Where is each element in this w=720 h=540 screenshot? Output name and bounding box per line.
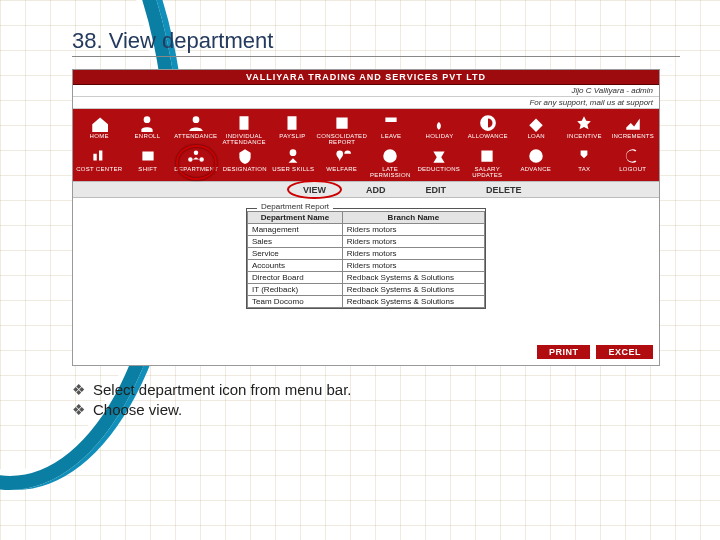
toolbar-label: LOAN	[527, 133, 545, 139]
toolbar-allowance[interactable]: ALLOWANCE	[464, 113, 512, 146]
toolbar-label: PAYSLIP	[279, 133, 305, 139]
deductions-icon	[430, 147, 448, 166]
welfare-icon	[333, 147, 351, 166]
instruction-item: ❖Select department icon from menu bar.	[72, 380, 680, 400]
current-user: Jijo C Valliyara - admin	[571, 86, 653, 95]
toolbar-advance[interactable]: ADVANCE	[512, 146, 561, 179]
home-icon	[90, 114, 108, 133]
late-permission-icon	[381, 147, 399, 166]
table-cell: Accounts	[248, 260, 343, 272]
toolbar-label: LOGOUT	[619, 166, 646, 172]
table-cell: Riders motors	[342, 248, 484, 260]
toolbar-label: INCENTIVE	[567, 133, 602, 139]
toolbar-salary-updates[interactable]: SALARY UPDATES	[463, 146, 512, 179]
toolbar-label: WELFARE	[326, 166, 357, 172]
toolbar-consolidated-report[interactable]: CONSOLIDATED REPORT	[317, 113, 368, 146]
toolbar-home[interactable]: HOME	[75, 113, 123, 146]
application-screenshot: VALLIYARA TRADING AND SERVICES PVT LTD J…	[72, 69, 660, 366]
toolbar-label: HOME	[90, 133, 109, 139]
toolbar-label: USER SKILLS	[272, 166, 314, 172]
toolbar-tax[interactable]: TAX	[560, 146, 609, 179]
table-cell: Redback Systems & Solutions	[342, 272, 484, 284]
instruction-list: ❖Select department icon from menu bar.❖C…	[72, 380, 680, 421]
report-legend: Department Report	[257, 202, 333, 211]
toolbar-designation[interactable]: DESIGNATION	[221, 146, 270, 179]
toolbar-cost-center[interactable]: COST CENTER	[75, 146, 124, 179]
bullet-icon: ❖	[72, 400, 85, 420]
table-row: IT (Redback)Redback Systems & Solutions	[248, 284, 485, 296]
logout-icon	[624, 147, 642, 166]
toolbar-label: INCREMENTS	[611, 133, 654, 139]
excel-button[interactable]: EXCEL	[596, 345, 653, 359]
consolidated-report-icon	[333, 114, 351, 133]
individual-attendance-icon	[235, 114, 253, 133]
tab-delete[interactable]: DELETE	[466, 182, 542, 197]
toolbar-user-skills[interactable]: USER SKILLS	[269, 146, 318, 179]
main-toolbar: HOMEENROLLATTENDANCEINDIVIDUAL ATTENDANC…	[73, 109, 659, 181]
loan-icon	[527, 114, 545, 133]
payslip-icon	[283, 114, 301, 133]
toolbar-department[interactable]: DEPARTMENT	[172, 146, 221, 179]
toolbar-welfare[interactable]: WELFARE	[318, 146, 367, 179]
salary-updates-icon	[478, 147, 496, 166]
attendance-icon	[187, 114, 205, 133]
toolbar-loan[interactable]: LOAN	[512, 113, 560, 146]
table-cell: Management	[248, 224, 343, 236]
toolbar-increments[interactable]: INCREMENTS	[609, 113, 657, 146]
table-cell: Riders motors	[342, 224, 484, 236]
toolbar-label: ATTENDANCE	[174, 133, 217, 139]
toolbar-label: HOLIDAY	[426, 133, 454, 139]
toolbar-label: SALARY UPDATES	[463, 166, 512, 178]
table-cell: Sales	[248, 236, 343, 248]
tab-edit[interactable]: EDIT	[406, 182, 467, 197]
tab-view[interactable]: VIEW	[283, 182, 346, 197]
table-cell: Riders motors	[342, 236, 484, 248]
toolbar-payslip[interactable]: PAYSLIP	[268, 113, 316, 146]
slide-heading: 38. View department	[72, 28, 680, 57]
tab-bar: VIEWADDEDITDELETE	[73, 181, 659, 198]
shift-icon	[139, 147, 157, 166]
toolbar-label: LATE PERMISSION	[366, 166, 415, 178]
column-header: Department Name	[248, 212, 343, 224]
tax-icon	[575, 147, 593, 166]
toolbar-deductions[interactable]: DEDUCTIONS	[415, 146, 464, 179]
table-cell: Service	[248, 248, 343, 260]
toolbar-label: DEDUCTIONS	[417, 166, 460, 172]
department-report-table: Department NameBranch Name ManagementRid…	[247, 211, 485, 308]
support-hint: For any support, mail us at support	[529, 98, 653, 107]
toolbar-holiday[interactable]: HOLIDAY	[415, 113, 463, 146]
tab-add[interactable]: ADD	[346, 182, 406, 197]
advance-icon	[527, 147, 545, 166]
app-title: VALLIYARA TRADING AND SERVICES PVT LTD	[73, 70, 659, 85]
toolbar-logout[interactable]: LOGOUT	[609, 146, 658, 179]
table-cell: Riders motors	[342, 260, 484, 272]
leave-icon	[382, 114, 400, 133]
table-row: Team DocomoRedback Systems & Solutions	[248, 296, 485, 308]
toolbar-label: CONSOLIDATED REPORT	[317, 133, 368, 145]
toolbar-leave[interactable]: LEAVE	[367, 113, 415, 146]
toolbar-attendance[interactable]: ATTENDANCE	[172, 113, 220, 146]
incentive-icon	[575, 114, 593, 133]
instruction-item: ❖Choose view.	[72, 400, 680, 420]
table-cell: Director Board	[248, 272, 343, 284]
designation-icon	[236, 147, 254, 166]
toolbar-late-permission[interactable]: LATE PERMISSION	[366, 146, 415, 179]
toolbar-enroll[interactable]: ENROLL	[123, 113, 171, 146]
toolbar-incentive[interactable]: INCENTIVE	[560, 113, 608, 146]
enroll-icon	[138, 114, 156, 133]
holiday-icon	[431, 114, 449, 133]
toolbar-individual-attendance[interactable]: INDIVIDUAL ATTENDANCE	[220, 113, 268, 146]
cost-center-icon	[90, 147, 108, 166]
toolbar-label: COST CENTER	[76, 166, 122, 172]
toolbar-shift[interactable]: SHIFT	[124, 146, 173, 179]
bullet-icon: ❖	[72, 380, 85, 400]
table-row: SalesRiders motors	[248, 236, 485, 248]
table-cell: Redback Systems & Solutions	[342, 296, 484, 308]
toolbar-label: SHIFT	[138, 166, 157, 172]
table-cell: Redback Systems & Solutions	[342, 284, 484, 296]
table-row: ServiceRiders motors	[248, 248, 485, 260]
print-button[interactable]: PRINT	[537, 345, 591, 359]
column-header: Branch Name	[342, 212, 484, 224]
user-skills-icon	[284, 147, 302, 166]
table-row: ManagementRiders motors	[248, 224, 485, 236]
